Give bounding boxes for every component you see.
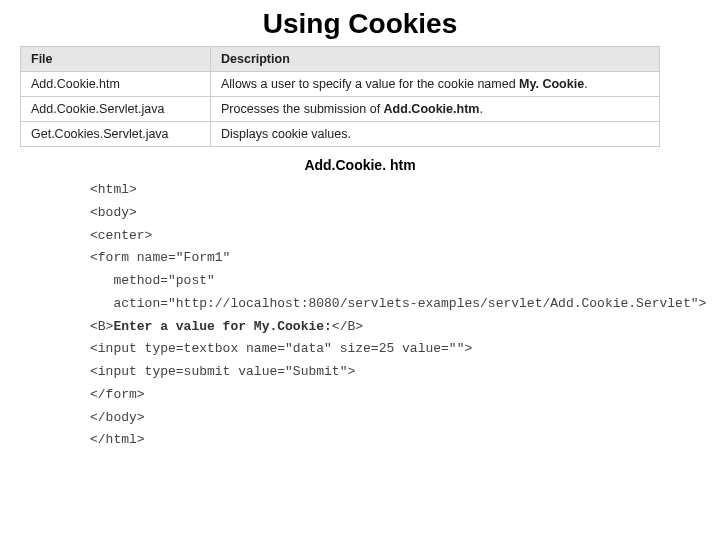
cell-file: Add.Cookie.Servlet.java	[21, 97, 211, 122]
th-description: Description	[211, 47, 660, 72]
code-block: <html> <body> <center> <form name="Form1…	[20, 179, 700, 452]
table-row: Add.Cookie.Servlet.java Processes the su…	[21, 97, 660, 122]
table-row: Get.Cookies.Servlet.java Displays cookie…	[21, 122, 660, 147]
th-file: File	[21, 47, 211, 72]
cell-desc: Displays cookie values.	[211, 122, 660, 147]
table-row: Add.Cookie.htm Allows a user to specify …	[21, 72, 660, 97]
file-table: File Description Add.Cookie.htm Allows a…	[20, 46, 660, 147]
cell-desc: Allows a user to specify a value for the…	[211, 72, 660, 97]
slide-title: Using Cookies	[20, 8, 700, 40]
cell-file: Add.Cookie.htm	[21, 72, 211, 97]
code-caption: Add.Cookie. htm	[20, 157, 700, 173]
cell-file: Get.Cookies.Servlet.java	[21, 122, 211, 147]
cell-desc: Processes the submission of Add.Cookie.h…	[211, 97, 660, 122]
